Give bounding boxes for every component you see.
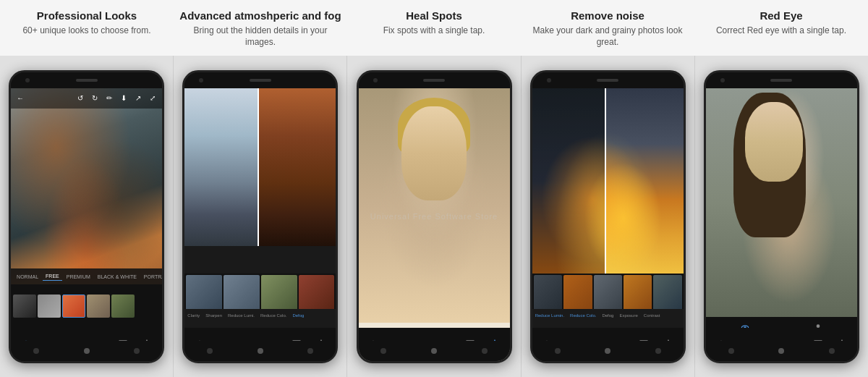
save-icon[interactable]: ⬇ <box>119 93 129 103</box>
nav-recent-3[interactable] <box>482 348 488 354</box>
phone-bottom-nav-2 <box>184 341 336 361</box>
nav-back-4[interactable] <box>555 348 561 354</box>
nav-home-2[interactable] <box>258 348 263 354</box>
filter-free[interactable]: FREE <box>43 272 62 281</box>
expand-icon[interactable]: ⤢ <box>148 93 158 103</box>
share-icon[interactable]: ↗ <box>133 93 143 103</box>
thumb-bw[interactable] <box>13 295 36 318</box>
label-reduce-lumi[interactable]: Reduce Lumi. <box>228 313 255 318</box>
phone-top-bar-5 <box>706 72 857 88</box>
phone2-divider <box>258 88 259 247</box>
label-clarity[interactable]: Clarity <box>187 313 200 318</box>
thumb-cartone[interactable] <box>62 295 85 318</box>
label-reduce-colo[interactable]: Reduce Colo. <box>260 313 286 318</box>
thumb-memory[interactable] <box>87 295 110 318</box>
feature-title-4: Remove noise <box>571 9 644 23</box>
camera-dot-5 <box>720 78 725 82</box>
feature-subtitle-3: Fix spots with a single tap. <box>383 25 485 37</box>
feature-header-heal-spots: Heal Spots Fix spots with a single tap. <box>347 6 521 51</box>
undo-icon[interactable]: ↺ <box>75 93 85 103</box>
phone1-topbar: ← ↺ ↻ ✏ ⬇ ↗ ⤢ <box>11 88 162 109</box>
phone-bottom-nav-3 <box>359 341 510 361</box>
back-icon[interactable]: ← <box>15 93 25 103</box>
phone-1: ← ↺ ↻ ✏ ⬇ ↗ ⤢ NORMAL FREE PREMIUM BLACK … <box>9 70 164 363</box>
phone2-left-img <box>184 88 257 247</box>
phone3-face <box>401 106 467 200</box>
phone4-labels: Reduce Lumin. Reduce Colo. Defog Exposur… <box>532 309 684 323</box>
phone-bottom-nav-4 <box>532 341 684 361</box>
phone-top-bar-1 <box>11 72 162 88</box>
phone-screen-2: ← ↺ ↻ ✏ ⬇ ↗ ⤢ <box>184 88 336 361</box>
filter-portrait[interactable]: PORTRAIT <box>141 273 162 281</box>
header-row: Professional Looks 60+ unique looks to c… <box>0 0 868 56</box>
filter-bw[interactable]: BLACK & WHITE <box>95 273 140 281</box>
feature-title-1: Professional Looks <box>37 9 137 23</box>
nav-back-5[interactable] <box>728 348 734 354</box>
feature-header-professional-looks: Professional Looks 60+ unique looks to c… <box>0 6 174 51</box>
phone4-divider <box>605 88 606 274</box>
camera-dot-4 <box>547 78 551 82</box>
camera-dot-1 <box>25 78 30 82</box>
phone-bottom-nav-5 <box>706 341 857 361</box>
phone3-main <box>359 88 510 323</box>
label-exposure-4[interactable]: Exposure <box>619 313 637 318</box>
filter-premium[interactable]: PREMIUM <box>64 273 93 281</box>
phone2-labels: Clarity Sharpen Reduce Lumi. Reduce Colo… <box>184 309 336 323</box>
feature-subtitle-4: Make your dark and grainy photos look gr… <box>527 25 689 49</box>
feature-subtitle-2: Bring out the hidden details in your ima… <box>179 25 341 49</box>
nav-recent-5[interactable] <box>829 348 835 354</box>
nav-back-1[interactable] <box>33 348 39 354</box>
phone1-main-image: ← ↺ ↻ ✏ ⬇ ↗ ⤢ <box>11 88 162 284</box>
food-overlay <box>11 88 162 284</box>
nav-home-4[interactable] <box>605 348 610 354</box>
feature-title-3: Heal Spots <box>406 9 462 23</box>
phone-top-bar-3 <box>359 72 510 88</box>
nav-recent-4[interactable] <box>655 348 661 354</box>
camera-dot-3 <box>373 78 378 82</box>
phone-container-4: ← ↺ ↻ ✏ ⬇ ↗ ⤢ <box>522 56 695 377</box>
phone1-thumbnails <box>11 284 162 328</box>
label-reduce-lumi-4[interactable]: Reduce Lumin. <box>535 313 564 318</box>
feature-header-red-eye: Red Eye Correct Red eye with a single ta… <box>694 6 868 51</box>
feature-header-atmospheric: Advanced atmoshperic and fog Bring out t… <box>174 6 347 51</box>
camera-dot-2 <box>199 78 203 82</box>
nav-home-5[interactable] <box>778 348 784 354</box>
phone-2: ← ↺ ↻ ✏ ⬇ ↗ ⤢ <box>182 70 338 363</box>
phone-container-3: ← ↺ ↻ ✏ ⬇ ↗ ⤢ <box>347 56 521 377</box>
nav-recent-2[interactable] <box>307 348 313 354</box>
label-sharpen[interactable]: Sharpen <box>205 313 222 318</box>
phone-top-bar-2 <box>184 72 336 88</box>
phone-container-2: ← ↺ ↻ ✏ ⬇ ↗ ⤢ <box>174 56 347 377</box>
phone-screen-4: ← ↺ ↻ ✏ ⬇ ↗ ⤢ <box>532 88 684 361</box>
filter-normal[interactable]: NORMAL <box>14 273 41 281</box>
phone-container-5: ← ↺ ↻ ✏ ⬇ ↗ ⤢ <box>695 56 868 377</box>
speaker-3 <box>423 79 445 82</box>
phone-5: ← ↺ ↻ ✏ ⬇ ↗ ⤢ <box>704 70 859 363</box>
label-contrast-4[interactable]: Contrast <box>644 313 660 318</box>
speaker-2 <box>250 79 271 82</box>
speaker-5 <box>770 79 792 82</box>
brush-icon[interactable]: ✏ <box>104 93 114 103</box>
label-defog[interactable]: Defog <box>292 313 304 318</box>
nav-back-3[interactable] <box>380 348 386 354</box>
phone5-main <box>706 88 857 318</box>
speaker-4 <box>597 79 618 82</box>
phone-bottom-nav-1 <box>11 341 162 361</box>
nav-home-1[interactable] <box>84 348 90 354</box>
feature-header-remove-noise: Remove noise Make your dark and grainy p… <box>521 6 694 51</box>
phone-top-bar-4 <box>532 72 684 88</box>
thumb-silver[interactable] <box>38 295 61 318</box>
speaker-1 <box>76 79 98 82</box>
thumb-60s[interactable] <box>111 295 135 318</box>
label-reduce-colo-4[interactable]: Reduce Colo. <box>570 313 596 318</box>
feature-subtitle-1: 60+ unique looks to choose from. <box>22 25 150 37</box>
phone5-face-woman <box>745 102 803 182</box>
feature-subtitle-5: Correct Red eye with a single tap. <box>716 25 846 37</box>
nav-back-2[interactable] <box>207 348 213 354</box>
nav-recent-1[interactable] <box>134 348 140 354</box>
label-defog-4[interactable]: Defog <box>602 313 613 318</box>
phones-wrapper: Universal Free Software Store ← ↺ ↻ ✏ ⬇ <box>0 56 868 377</box>
nav-home-3[interactable] <box>431 348 437 354</box>
feature-title-2: Advanced atmoshperic and fog <box>179 9 341 23</box>
redo-icon[interactable]: ↻ <box>90 93 100 103</box>
